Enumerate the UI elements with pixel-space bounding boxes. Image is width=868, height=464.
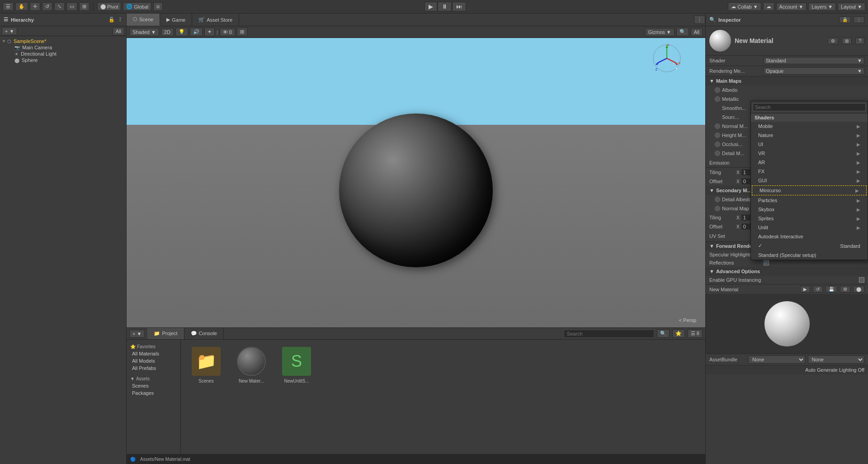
gizmos-btn[interactable]: Gizmos ▼: [645, 28, 675, 36]
reflections-checkbox[interactable]: [764, 260, 769, 265]
shader-mobile[interactable]: Mobile ▶: [751, 122, 868, 131]
hierarchy-sphere[interactable]: ⬤ Sphere: [0, 57, 126, 63]
audio-btn[interactable]: 🔊: [190, 28, 203, 36]
gpu-checkbox[interactable]: [859, 277, 864, 283]
game-tab[interactable]: ▶ Game: [160, 14, 192, 26]
cam-icon: 📷: [14, 45, 20, 50]
unlit-arrow: ▶: [857, 225, 860, 230]
scenes-asset[interactable]: 📁 Scenes: [188, 347, 224, 384]
shader-minicurso[interactable]: Minicurso ▶: [752, 185, 867, 195]
step-btn[interactable]: ⏭: [452, 2, 466, 11]
rotate-tool[interactable]: ↺: [42, 2, 52, 11]
star-btn[interactable]: ⭐: [672, 329, 685, 338]
unity-menu-btn[interactable]: ☰: [3, 2, 14, 11]
filter-btn[interactable]: ☰ 8: [688, 329, 703, 338]
shader-field-container: Shader Standard ▼ Shaders Mobile ▶: [706, 56, 868, 66]
lighting-btn[interactable]: 💡: [175, 28, 188, 36]
shader-particles[interactable]: Particles ▶: [751, 196, 868, 205]
2d-btn[interactable]: 2D: [161, 28, 174, 36]
hierarchy-scene[interactable]: ▼ ⬡ SampleScene*: [0, 38, 126, 44]
asset-store-tab[interactable]: 🛒 Asset Store: [192, 14, 239, 26]
hierarchy-dir-light[interactable]: ☀ Directional Light: [0, 51, 126, 57]
shading-btn[interactable]: Shaded ▼: [129, 28, 159, 36]
status-icon: 🔵: [130, 457, 136, 462]
hierarchy-main-camera[interactable]: 📷 Main Camera: [0, 44, 126, 51]
shader-standard[interactable]: ✓ Standard: [751, 241, 868, 251]
shader-nature[interactable]: Nature ▶: [751, 131, 868, 140]
inspector-menu-btn[interactable]: ⋮: [854, 16, 864, 23]
inspector-icon: 🔍: [709, 17, 716, 23]
packages-item[interactable]: Packages: [128, 389, 179, 397]
shader-ar[interactable]: AR ▶: [751, 158, 868, 167]
assetbundle-dropdown[interactable]: None: [748, 355, 805, 364]
shader-unlit[interactable]: Unlit ▶: [751, 223, 868, 232]
offset-x-label: X: [736, 179, 740, 184]
material-options-btn[interactable]: ⚙: [828, 38, 838, 44]
all-layers-btn[interactable]: All: [691, 28, 703, 36]
hand-tool[interactable]: ✋: [15, 2, 28, 11]
grid-btn[interactable]: ⊞: [237, 28, 247, 36]
shader-autodesk[interactable]: Autodesk Interactive: [751, 232, 868, 241]
shader-search-input[interactable]: [753, 103, 866, 111]
shader-standard-specular[interactable]: Standard (Specular setup): [751, 251, 868, 260]
shader-dropdown-btn[interactable]: Standard ▼: [764, 57, 864, 64]
hidden-objects-btn[interactable]: 👁 0: [220, 28, 235, 36]
all-materials-item[interactable]: All Materials: [128, 350, 179, 357]
pause-btn[interactable]: ⏸: [438, 2, 452, 11]
layers-btn[interactable]: Layers ▼: [808, 3, 836, 11]
material-play-btn[interactable]: ▶: [800, 286, 810, 293]
play-group: ▶ ⏸ ⏭: [425, 2, 466, 11]
scene-options-btn[interactable]: ⋮: [694, 15, 705, 24]
rect-tool[interactable]: ▭: [66, 2, 77, 11]
layout-btn[interactable]: Layout ▼: [838, 3, 865, 11]
shader-skybox[interactable]: Skybox ▶: [751, 205, 868, 214]
hierarchy-menu[interactable]: ⋮: [118, 17, 123, 23]
assetbundle-row: AssetBundle None None: [706, 354, 868, 365]
project-tab[interactable]: 📁 Project: [147, 328, 184, 339]
move-tool[interactable]: ✛: [30, 2, 40, 11]
collab-btn[interactable]: ☁ Collab ▼: [728, 2, 761, 11]
material-options-btn2[interactable]: ⚙: [840, 286, 850, 293]
rendering-mode-dropdown[interactable]: Opaque▼: [764, 67, 864, 75]
console-tab[interactable]: 💬 Console: [184, 328, 224, 339]
left-panel: ☰ Hierarchy 🔓 ⋮ + ▼ All ▼ ⬡ SampleScene*…: [0, 14, 127, 464]
all-prefabs-item[interactable]: All Prefabs: [128, 365, 179, 372]
global-btn[interactable]: 🌐 Global: [123, 2, 151, 11]
scene-tab[interactable]: ⬡ Scene: [127, 14, 160, 26]
pivot-btn[interactable]: ⬤ Pivot: [97, 2, 121, 11]
shader-vr[interactable]: VR ▶: [751, 149, 868, 158]
material-refresh-btn[interactable]: ↺: [813, 286, 823, 293]
new-material-asset[interactable]: New Mater...: [233, 347, 269, 384]
search-icon-btn[interactable]: 🔍: [657, 329, 670, 338]
svg-marker-4: [675, 62, 678, 65]
material-sphere-btn[interactable]: ⬤: [853, 286, 864, 293]
bottom-add-btn[interactable]: + ▼: [129, 330, 145, 338]
tiling-x-label: X: [736, 170, 740, 175]
shader-ui[interactable]: UI ▶: [751, 140, 868, 149]
play-btn[interactable]: ▶: [425, 2, 437, 11]
account-btn[interactable]: Account ▼: [776, 3, 807, 11]
inspector-lock-btn[interactable]: 🔒: [839, 16, 851, 23]
shader-gui[interactable]: GUI ▶: [751, 176, 868, 185]
hierarchy-add-btn[interactable]: + ▼: [2, 27, 17, 35]
effects-btn[interactable]: ✦: [204, 28, 215, 36]
assetbundle-variant-dropdown[interactable]: None: [808, 355, 865, 364]
sphere-icon: ⬤: [14, 58, 19, 63]
snap-btn[interactable]: ⧈: [153, 2, 163, 11]
material-save-btn[interactable]: 💾: [826, 286, 837, 293]
cloud-btn[interactable]: ☁: [763, 2, 774, 11]
all-models-item[interactable]: All Models: [128, 357, 179, 365]
search-scene-btn[interactable]: 🔍: [676, 28, 689, 36]
scene-view[interactable]: X X Y Z < Persp: [127, 38, 705, 327]
hierarchy-lock[interactable]: 🔓: [108, 17, 115, 23]
shader-fx[interactable]: FX ▶: [751, 167, 868, 176]
material-help-btn[interactable]: ?: [855, 38, 864, 44]
transform-tool[interactable]: ⊞: [79, 2, 90, 11]
scale-tool[interactable]: ⤡: [54, 2, 65, 11]
material-expand-btn[interactable]: ⊞: [842, 38, 852, 44]
project-search-input[interactable]: [564, 330, 654, 338]
shader-sprites[interactable]: Sprites ▶: [751, 214, 868, 223]
hierarchy-all-btn[interactable]: All: [113, 27, 124, 35]
new-unlit-shader-asset[interactable]: S NewUnlitS...: [278, 347, 315, 384]
scenes-item[interactable]: Scenes: [128, 382, 179, 389]
